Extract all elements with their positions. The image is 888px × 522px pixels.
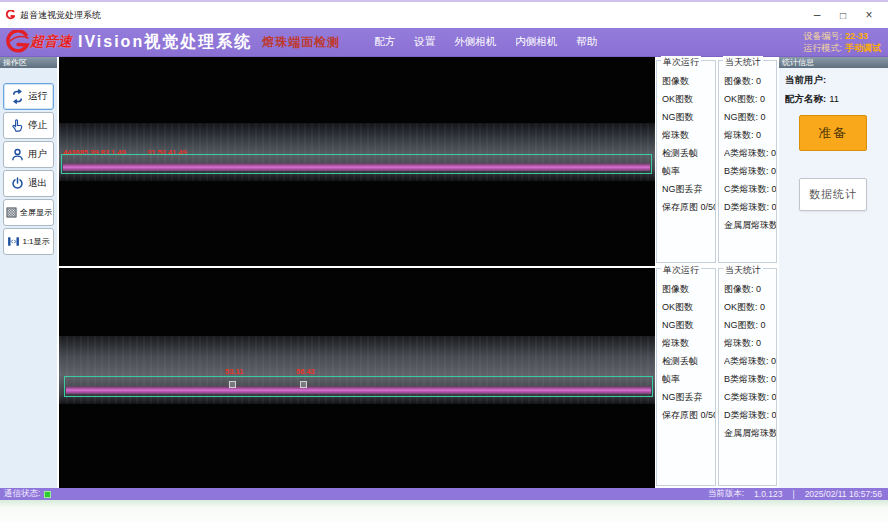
menu-item[interactable]: 外侧相机 [454, 35, 496, 49]
user-button[interactable]: 用户 [3, 141, 54, 168]
stat-row: 熔珠数: 0 [724, 334, 776, 352]
recipe-name-value: 11 [829, 93, 839, 104]
stat-row: 金属屑熔珠数: 0 [724, 216, 776, 234]
app-logo-small-icon [5, 10, 15, 20]
one-to-one-button[interactable]: 1:1显示 [3, 228, 54, 255]
stat-row: 图像数 [662, 72, 715, 90]
main-content: 操作区 运行 停止 [0, 57, 888, 488]
info-panel-title: 统计信息 [779, 57, 888, 68]
power-icon [10, 176, 25, 191]
app-title: IVision视觉处理系统 [78, 32, 252, 53]
app-window: 超音速视觉处理系统 – □ × 超音速 IVision视觉处理系统 熔珠端面检测… [0, 0, 888, 522]
stat-row: 金属屑熔珠数: 0 [724, 424, 776, 442]
stat-row: 图像数 [662, 280, 715, 298]
stat-row: NG图数: 0 [724, 108, 776, 126]
groupbox-title: 单次运行 [661, 264, 701, 277]
comm-status-indicator [44, 491, 51, 498]
app-subtitle: 熔珠端面检测 [262, 34, 340, 51]
fullscreen-icon [5, 206, 18, 219]
titlebar: 超音速视觉处理系统 – □ × [0, 2, 888, 28]
sidebar-title: 操作区 [0, 57, 57, 68]
prepare-button[interactable]: 准备 [799, 115, 867, 151]
comm-status-block: 通信状态: [4, 488, 51, 500]
brand-logo-text: 超音速 [30, 33, 72, 51]
user-button-label: 用户 [28, 148, 47, 161]
maximize-icon[interactable]: □ [830, 5, 856, 25]
daily-stats-top: 当天统计 图像数: 0OK图数: 0NG图数: 0熔珠数: 0A类熔珠数: 0B… [718, 60, 777, 263]
desktop-background [0, 500, 888, 522]
camera-view-top: 443685 39.83 1.49 31.53 41.49 [59, 57, 655, 266]
stat-row: D类熔珠数: 0 [724, 406, 776, 424]
close-icon[interactable]: × [856, 5, 882, 25]
single-run-stats-top: 单次运行 图像数OK图数NG图数熔珠数检测丢帧帧率NG图丢弃保存原图 0/500 [656, 60, 716, 263]
run-button[interactable]: 运行 [3, 83, 54, 110]
device-number-label: 设备编号: [803, 31, 842, 41]
stat-row: 帧率 [662, 370, 715, 388]
brand-logo-icon [2, 30, 30, 54]
stat-row: C类熔珠数: 0 [724, 388, 776, 406]
stat-row: NG图数 [662, 316, 715, 334]
stat-row: 帧率 [662, 162, 715, 180]
defect-marker [229, 381, 236, 388]
stat-row: 保存原图 0/500 [662, 406, 715, 424]
stat-row: OK图数: 0 [724, 298, 776, 316]
window-title: 超音速视觉处理系统 [20, 9, 101, 22]
exit-button[interactable]: 退出 [3, 170, 54, 197]
stop-button[interactable]: 停止 [3, 112, 54, 139]
fullscreen-button[interactable]: 全屏显示 [3, 199, 54, 226]
stat-row: OK图数: 0 [724, 90, 776, 108]
user-icon [10, 147, 25, 162]
menu-bar: 配方设置外侧相机内侧相机帮助 [374, 35, 597, 49]
menu-item[interactable]: 设置 [414, 35, 435, 49]
recipe-name-label: 配方名称: [785, 93, 826, 104]
run-mode-line: 运行模式:手动调试 [803, 42, 881, 54]
measurement-label: 56.43 [296, 367, 315, 376]
stat-row: NG图数: 0 [724, 316, 776, 334]
weld-bead-roi-box [61, 154, 652, 174]
sync-icon [10, 89, 25, 104]
device-number-line: 设备编号:22-33 [803, 30, 881, 42]
groupbox-title: 单次运行 [661, 56, 701, 69]
stat-row: OK图数 [662, 298, 715, 316]
groupbox-title: 当天统计 [723, 264, 763, 277]
stat-row: C类熔珠数: 0 [724, 180, 776, 198]
run-button-label: 运行 [28, 90, 47, 103]
stat-row: B类熔珠数: 0 [724, 370, 776, 388]
device-number-value: 22-33 [845, 31, 868, 41]
stat-row: NG图数 [662, 108, 715, 126]
stat-row: A类熔珠数: 0 [724, 144, 776, 162]
stat-row: 熔珠数 [662, 334, 715, 352]
stat-row: 熔珠数 [662, 126, 715, 144]
status-bar: 通信状态: 当前版本: 1.0.123 | 2025/02/11 16:57:5… [0, 488, 888, 500]
stat-row: 熔珠数: 0 [724, 126, 776, 144]
current-user-label: 当前用户: [785, 74, 826, 85]
app-header: 超音速 IVision视觉处理系统 熔珠端面检测 配方设置外侧相机内侧相机帮助 … [0, 28, 888, 57]
weld-bead [66, 386, 651, 394]
stat-row: D类熔珠数: 0 [724, 198, 776, 216]
menu-item[interactable]: 帮助 [576, 35, 597, 49]
menu-item[interactable]: 配方 [374, 35, 395, 49]
one-to-one-button-label: 1:1显示 [22, 236, 49, 247]
stat-row: 检测丢帧 [662, 352, 715, 370]
data-statistics-button[interactable]: 数据统计 [799, 178, 867, 211]
recipe-name-line: 配方名称:11 [785, 93, 888, 106]
groupbox-title: 当天统计 [723, 56, 763, 69]
stat-row: B类熔珠数: 0 [724, 162, 776, 180]
stop-button-label: 停止 [28, 119, 47, 132]
single-run-stats-bottom: 单次运行 图像数OK图数NG图数熔珠数检测丢帧帧率NG图丢弃保存原图 0/500 [656, 268, 716, 486]
version-block: 当前版本: 1.0.123 | 2025/02/11 16:57:56 [708, 488, 882, 500]
daily-stats-bottom: 当天统计 图像数: 0OK图数: 0NG图数: 0熔珠数: 0A类熔珠数: 0B… [718, 268, 777, 486]
run-mode-value: 手动调试 [845, 43, 881, 53]
menu-item[interactable]: 内侧相机 [515, 35, 557, 49]
run-mode-label: 运行模式: [803, 43, 842, 53]
minimize-icon[interactable]: – [804, 5, 830, 25]
version-value: 1.0.123 [754, 489, 782, 499]
statistics-info-panel: 统计信息 当前用户: 配方名称:11 准备 数据统计 [779, 57, 888, 488]
defect-marker [300, 381, 307, 388]
stat-row: A类熔珠数: 0 [724, 352, 776, 370]
fullscreen-button-label: 全屏显示 [20, 207, 52, 218]
stat-row: NG图丢弃 [662, 388, 715, 406]
measurement-label: 53.11 [225, 367, 243, 376]
stat-row: OK图数 [662, 90, 715, 108]
operation-sidebar: 操作区 运行 停止 [0, 57, 57, 488]
